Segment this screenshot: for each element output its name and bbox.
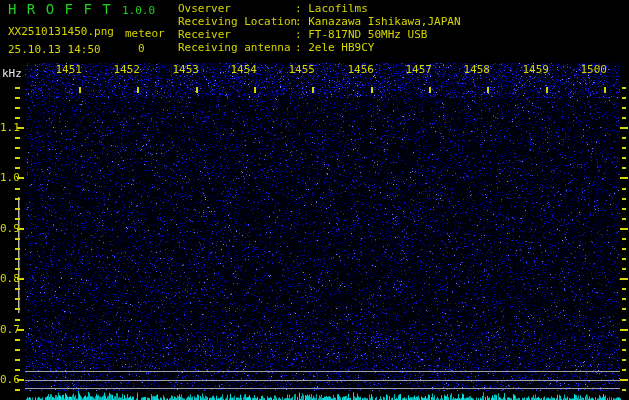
time-tick-label: 1455 [283,64,315,76]
time-tick-label: 1459 [517,64,549,76]
output-filename: XX2510131450.png [8,26,114,38]
freq-tick-label: 0.8 [0,273,17,285]
receiver-info-block: Ovserver: LacofilmsReceiving Location: K… [178,3,461,55]
info-row-label: Receiving antenna [178,42,295,54]
freq-tick-label: 0.7 [0,324,17,336]
info-row-label: Receiving Location [178,16,295,28]
hrofft-window: H R O F F T 1.0.0 XX2510131450.png meteo… [0,0,629,400]
info-row-value: FT-817ND 50MHz USB [308,28,427,41]
mode-label: meteor [125,28,165,40]
info-row-separator: : [295,41,308,54]
freq-tick-label: 1.1 [0,122,17,134]
info-row: Receiving antenna: 2ele HB9CY [178,42,461,55]
app-version: 1.0.0 [122,5,155,17]
info-row-value: 2ele HB9CY [308,41,374,54]
time-tick-label: 1452 [108,64,140,76]
datetime-label: 25.10.13 14:50 [8,44,101,56]
spectrogram-plot [0,0,629,400]
freq-tick-label: 0.6 [0,374,17,386]
info-row-label: Receiver [178,29,295,41]
freq-tick-label: 0.9 [0,223,17,235]
time-tick-label: 1451 [50,64,82,76]
echo-count: 0 [138,43,145,55]
info-row-label: Ovserver [178,3,295,15]
time-tick-label: 1456 [342,64,374,76]
time-tick-label: 1453 [167,64,199,76]
time-tick-label: 1458 [458,64,490,76]
info-row-separator: : [295,28,308,41]
y-axis-unit-label: kHz [2,68,22,80]
info-row-value: Lacofilms [308,2,368,15]
time-tick-label: 1457 [400,64,432,76]
info-row-value: Kanazawa Ishikawa,JAPAN [308,15,460,28]
time-tick-label: 1454 [225,64,257,76]
time-tick-label: 1500 [575,64,607,76]
info-row-separator: : [295,2,308,15]
freq-tick-label: 1.0 [0,172,17,184]
app-title: H R O F F T [8,3,112,15]
info-row-separator: : [295,15,308,28]
